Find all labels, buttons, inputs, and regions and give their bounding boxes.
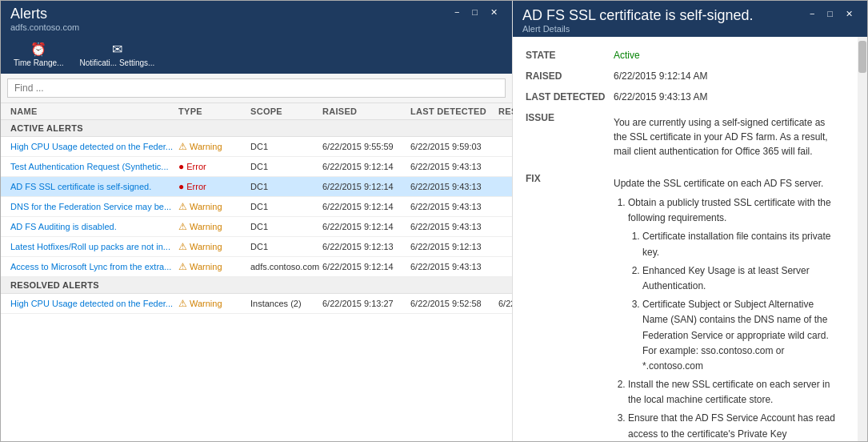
- badge-label: Warning: [190, 262, 222, 271]
- fix-subitem: Certificate installation file contains i…: [642, 229, 838, 259]
- active-alerts-list: High CPU Usage detected on the Feder... …: [1, 137, 512, 277]
- alert-scope: DC1: [250, 222, 322, 231]
- col-raised: RAISED: [322, 106, 410, 116]
- scrollbar[interactable]: [858, 37, 867, 441]
- alert-name: DNS for the Federation Service may be...: [10, 202, 178, 211]
- alert-badge: ⚠ Warning: [178, 201, 222, 212]
- time-range-button[interactable]: ⏰ Time Range...: [7, 38, 70, 70]
- left-header: Alerts adfs.contoso.com − □ ✕: [1, 1, 512, 35]
- alert-type: ⚠ Warning: [178, 298, 250, 309]
- alert-last-detected: 6/22/2015 9:43:13: [410, 262, 498, 271]
- fix-sublist: Certificate installation file contains i…: [628, 229, 838, 374]
- search-bar: [1, 74, 512, 103]
- alert-type: ⚠ Warning: [178, 261, 250, 272]
- maximize-btn[interactable]: □: [467, 6, 482, 19]
- alert-last-detected: 6/22/2015 9:43:13: [410, 222, 498, 231]
- active-alert-row[interactable]: AD FS SSL certificate is self-signed. ● …: [1, 177, 512, 197]
- badge-label: Error: [186, 162, 206, 171]
- minimize-btn[interactable]: −: [450, 6, 464, 19]
- main-area: Alerts adfs.contoso.com − □ ✕ ⏰ Time Ran…: [1, 1, 867, 441]
- right-maximize-btn[interactable]: □: [822, 7, 838, 21]
- right-scroll-container: STATE Active RAISED 6/22/2015 9:12:14 AM…: [513, 37, 867, 441]
- close-btn[interactable]: ✕: [486, 6, 502, 19]
- col-type: TYPE: [178, 106, 250, 116]
- alert-scope: DC1: [250, 202, 322, 211]
- search-input[interactable]: [7, 78, 506, 98]
- badge-label: Warning: [190, 202, 222, 211]
- left-panel-subtitle: adfs.contoso.com: [10, 22, 79, 32]
- badge-label: Warning: [190, 222, 222, 231]
- badge-icon: ⚠: [178, 221, 187, 232]
- alert-raised: 6/22/2015 9:12:14: [322, 222, 410, 231]
- issue-text: You are currently using a self-signed ce…: [614, 109, 845, 170]
- badge-label: Warning: [190, 142, 222, 151]
- fix-item: Obtain a publicly trusted SSL certificat…: [628, 195, 838, 374]
- badge-icon: ⚠: [178, 261, 187, 272]
- alert-type: ⚠ Warning: [178, 201, 250, 212]
- resolved-alerts-list: High CPU Usage detected on the Feder... …: [1, 294, 512, 314]
- active-alerts-section-header: ACTIVE ALERTS: [1, 120, 512, 137]
- active-alert-row[interactable]: Test Authentication Request (Synthetic..…: [1, 157, 512, 177]
- table-body: ACTIVE ALERTS High CPU Usage detected on…: [1, 120, 512, 441]
- badge-label: Error: [186, 182, 206, 191]
- active-alert-row[interactable]: DNS for the Federation Service may be...…: [1, 197, 512, 217]
- alert-raised: 6/22/2015 9:13:27: [322, 299, 410, 308]
- active-alert-row[interactable]: AD FS Auditing is disabled. ⚠ Warning DC…: [1, 217, 512, 237]
- right-close-btn[interactable]: ✕: [841, 7, 858, 21]
- app-window: Alerts adfs.contoso.com − □ ✕ ⏰ Time Ran…: [0, 0, 868, 442]
- alert-type: ● Error: [178, 181, 250, 192]
- raised-label: RAISED: [526, 67, 614, 88]
- alert-scope: DC1: [250, 242, 322, 251]
- fix-subitem: Enhanced Key Usage is at least Server Au…: [642, 263, 838, 294]
- alert-last-detected: 6/22/2015 9:12:13: [410, 242, 498, 251]
- alert-name: Latest Hotfixes/Roll up packs are not in…: [10, 242, 178, 251]
- fix-content: Update the SSL certificate on each AD FS…: [614, 170, 845, 441]
- table-header: NAME TYPE SCOPE RAISED LAST DETECTED RES…: [1, 103, 512, 120]
- scrollbar-thumb: [858, 41, 866, 73]
- alert-name: Test Authentication Request (Synthetic..…: [10, 162, 178, 171]
- alert-name: AD FS SSL certificate is self-signed.: [10, 182, 178, 191]
- last-detected-value: 6/22/2015 9:43:13 AM: [614, 88, 845, 109]
- alert-raised: 6/22/2015 9:55:59: [322, 142, 410, 151]
- alert-type: ⚠ Warning: [178, 241, 250, 252]
- alert-last-detected: 6/22/2015 9:52:58: [410, 299, 498, 308]
- resolved-alert-row[interactable]: High CPU Usage detected on the Feder... …: [1, 294, 512, 314]
- alert-type: ⚠ Warning: [178, 221, 250, 232]
- badge-label: Warning: [190, 299, 222, 308]
- alert-last-detected: 6/22/2015 9:43:13: [410, 202, 498, 211]
- fix-intro: Update the SSL certificate on each AD FS…: [614, 176, 838, 191]
- alert-last-detected: 6/22/2015 9:59:03: [410, 142, 498, 151]
- active-alert-row[interactable]: Access to Microsoft Lync from the extra.…: [1, 257, 512, 277]
- left-panel: Alerts adfs.contoso.com − □ ✕ ⏰ Time Ran…: [1, 1, 513, 441]
- detail-content: STATE Active RAISED 6/22/2015 9:12:14 AM…: [513, 37, 858, 441]
- bell-icon: ✉: [112, 42, 122, 57]
- raised-value: 6/22/2015 9:12:14 AM: [614, 67, 845, 88]
- active-alert-row[interactable]: Latest Hotfixes/Roll up packs are not in…: [1, 237, 512, 257]
- alert-type: ⚠ Warning: [178, 141, 250, 152]
- badge-icon: ⚠: [178, 141, 187, 152]
- alert-raised: 6/22/2015 9:12:14: [322, 202, 410, 211]
- alert-scope: Instances (2): [250, 299, 322, 308]
- alert-scope: DC1: [250, 162, 322, 171]
- badge-icon: ⚠: [178, 298, 187, 309]
- badge-icon: ⚠: [178, 201, 187, 212]
- badge-label: Warning: [190, 242, 222, 251]
- alert-raised: 6/22/2015 9:12:14: [322, 182, 410, 191]
- alert-name: High CPU Usage detected on the Feder...: [10, 142, 178, 151]
- fix-item: Ensure that the AD FS Service Account ha…: [628, 411, 838, 441]
- alert-name: AD FS Auditing is disabled.: [10, 222, 178, 231]
- alert-badge: ⚠ Warning: [178, 141, 222, 152]
- detail-title: AD FS SSL certificate is self-signed.: [522, 7, 753, 24]
- issue-paragraph: You are currently using a self-signed ce…: [614, 115, 838, 159]
- alert-scope: adfs.contoso.com: [250, 262, 322, 271]
- alert-scope: DC1: [250, 182, 322, 191]
- detail-subtitle: Alert Details: [522, 24, 753, 34]
- state-value: Active: [614, 46, 845, 67]
- notification-settings-button[interactable]: ✉ Notificati... Settings...: [73, 38, 161, 70]
- right-minimize-btn[interactable]: −: [805, 7, 819, 21]
- alert-scope: DC1: [250, 142, 322, 151]
- clock-icon: ⏰: [30, 42, 46, 57]
- alert-last-detected: 6/22/2015 9:43:13: [410, 162, 498, 171]
- active-alert-row[interactable]: High CPU Usage detected on the Feder... …: [1, 137, 512, 157]
- fix-item: Install the new SSL certificate on each …: [628, 377, 838, 408]
